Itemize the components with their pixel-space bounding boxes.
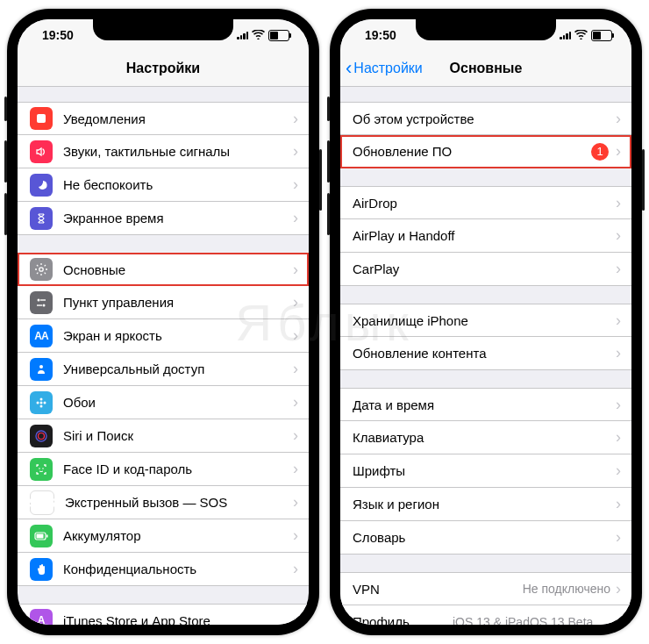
svg-rect-3 [40, 299, 46, 300]
notifications-icon [30, 107, 53, 130]
chevron-right-icon: › [293, 360, 298, 378]
row-sounds[interactable]: Звуки, тактильные сигналы› [18, 135, 309, 168]
nav-bar-right: ‹ Настройки Основные [340, 51, 631, 87]
row-software-update[interactable]: Обновление ПО1› [340, 135, 631, 168]
svg-rect-5 [37, 304, 42, 305]
chevron-right-icon: › [616, 396, 621, 414]
battery-icon [268, 30, 289, 41]
row-label: Звуки, тактильные сигналы [63, 144, 293, 159]
chevron-right-icon: › [616, 344, 621, 362]
row-faceid[interactable]: Face ID и код-пароль› [18, 453, 309, 486]
chevron-right-icon: › [293, 612, 298, 626]
siri-icon [30, 425, 53, 447]
row-label: Не беспокоить [63, 177, 293, 192]
row-label: Экстренный вызов — SOS [65, 495, 293, 510]
row-label: Экранное время [63, 211, 293, 225]
row-label: Хранилище iPhone [353, 313, 616, 328]
row-storage[interactable]: Хранилище iPhone› [340, 304, 631, 337]
page-title: Настройки [126, 61, 200, 76]
svg-point-10 [37, 401, 39, 404]
notch [93, 19, 233, 40]
row-label: VPN [353, 582, 523, 597]
row-vpn[interactable]: VPNНе подключено› [340, 572, 631, 605]
notch [416, 19, 556, 40]
settings-list[interactable]: Уведомления›Звуки, тактильные сигналы›Не… [18, 86, 309, 625]
badge: 1 [591, 143, 609, 161]
chevron-right-icon: › [293, 293, 298, 311]
row-datetime[interactable]: Дата и время› [340, 388, 631, 421]
row-profile[interactable]: ПрофильiOS 13 & iPadOS 13 Beta Software.… [340, 605, 631, 625]
row-display[interactable]: AAЭкран и яркость› [18, 319, 309, 353]
privacy-icon [30, 558, 53, 581]
status-time: 19:50 [42, 28, 74, 42]
row-accessibility[interactable]: Универсальный доступ› [18, 353, 309, 386]
general-list[interactable]: Об этом устройстве›Обновление ПО1›AirDro… [340, 86, 631, 625]
chevron-right-icon: › [293, 493, 298, 512]
row-detail: Не подключено [523, 582, 610, 596]
row-label: Уведомления [63, 111, 293, 126]
nav-bar-left: Настройки [18, 51, 309, 87]
chevron-left-icon: ‹ [346, 59, 352, 78]
wifi-icon [252, 29, 265, 42]
row-fonts[interactable]: Шрифты› [340, 454, 631, 488]
dnd-icon [30, 174, 53, 197]
status-time: 19:50 [365, 28, 396, 42]
battery-icon [30, 525, 53, 547]
row-siri[interactable]: Siri и Поиск› [18, 419, 309, 453]
row-keyboard[interactable]: Клавиатура› [340, 421, 631, 454]
row-itunes[interactable]: AiTunes Store и App Store› [18, 604, 309, 625]
row-dnd[interactable]: Не беспокоить› [18, 168, 309, 202]
row-carplay[interactable]: CarPlay› [340, 253, 631, 286]
row-privacy[interactable]: Конфиденциальность› [18, 553, 309, 586]
row-airplay[interactable]: AirPlay и Handoff› [340, 219, 631, 253]
display-icon: AA [30, 325, 53, 347]
chevron-right-icon: › [293, 526, 298, 545]
row-label: Обновление ПО [353, 144, 591, 159]
row-general[interactable]: Основные› [18, 253, 309, 286]
svg-point-6 [39, 365, 43, 369]
itunes-icon: A [30, 609, 53, 625]
chevron-right-icon: › [293, 393, 298, 411]
row-label: Словарь [353, 530, 616, 545]
row-background-refresh[interactable]: Обновление контента› [340, 337, 631, 370]
row-battery[interactable]: Аккумулятор› [18, 519, 309, 553]
row-wallpaper[interactable]: Обои› [18, 386, 309, 419]
chevron-right-icon: › [616, 110, 621, 128]
row-screentime[interactable]: Экранное время› [18, 202, 309, 235]
row-label: CarPlay [353, 261, 616, 276]
row-label: Аккумулятор [63, 528, 293, 543]
svg-rect-18 [37, 533, 44, 538]
row-language[interactable]: Язык и регион› [340, 488, 631, 521]
page-title: Основные [450, 61, 523, 76]
row-sos[interactable]: SOSЭкстренный вызов — SOS› [18, 486, 309, 519]
row-label: Шрифты [353, 463, 616, 478]
row-label: Клавиатура [353, 430, 616, 445]
chevron-right-icon: › [616, 311, 621, 330]
general-icon [30, 258, 53, 281]
back-button[interactable]: ‹ Настройки [346, 51, 423, 86]
row-notifications[interactable]: Уведомления› [18, 102, 309, 135]
chevron-right-icon: › [293, 326, 298, 345]
chevron-right-icon: › [616, 495, 621, 513]
chevron-right-icon: › [616, 528, 621, 547]
sounds-icon [30, 140, 53, 163]
screen-left: 19:50 Настройки Уведомления›Звуки, такти… [18, 19, 309, 625]
row-control-center[interactable]: Пункт управления› [18, 286, 309, 319]
row-detail: iOS 13 & iPadOS 13 Beta Software... [453, 615, 610, 626]
chevron-right-icon: › [616, 428, 621, 447]
row-label: Пункт управления [63, 295, 293, 310]
back-label: Настройки [353, 61, 422, 76]
row-airdrop[interactable]: AirDrop› [340, 186, 631, 219]
row-about[interactable]: Об этом устройстве› [340, 102, 631, 135]
row-label: iTunes Store и App Store [63, 613, 293, 626]
chevron-right-icon: › [616, 226, 621, 245]
row-dictionary[interactable]: Словарь› [340, 521, 631, 555]
battery-icon [591, 30, 612, 41]
row-label: Дата и время [353, 397, 616, 412]
phone-frame-left: 19:50 Настройки Уведомления›Звуки, такти… [7, 9, 319, 635]
chevron-right-icon: › [616, 142, 621, 161]
row-label: AirPlay и Handoff [353, 228, 616, 243]
row-label: Универсальный доступ [63, 361, 293, 376]
svg-point-12 [36, 431, 46, 441]
chevron-right-icon: › [616, 580, 621, 598]
